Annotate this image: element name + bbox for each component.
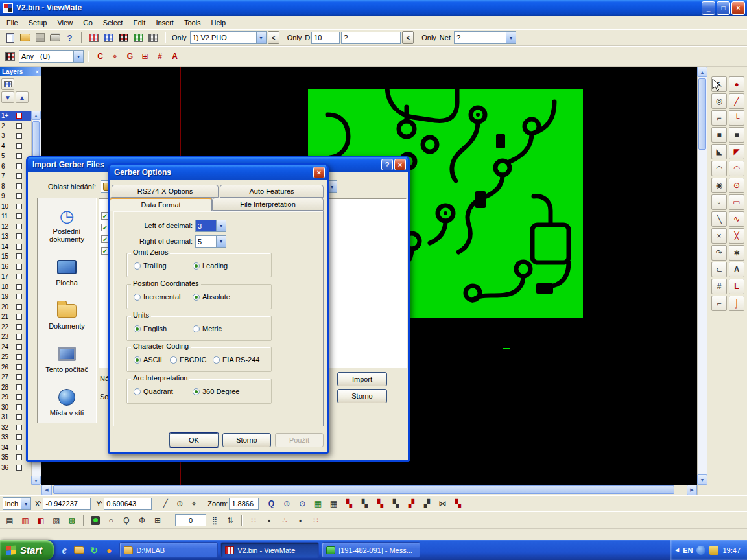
highlight-on-icon[interactable]: Ϙ [119, 514, 134, 527]
tab-file-interpretation[interactable]: File Interpretation [212, 198, 324, 211]
new-file-icon[interactable] [3, 30, 18, 45]
layer-visibility-checkbox[interactable] [16, 404, 22, 410]
layer-visibility-checkbox[interactable] [16, 314, 22, 320]
draw-curve-icon[interactable]: ∿ [729, 211, 744, 227]
radio-absolute[interactable]: Absolute [193, 293, 230, 301]
layer-row[interactable]: 4 [0, 141, 31, 152]
spiral-icon[interactable]: ◉ [711, 178, 727, 193]
draw-pad-icon[interactable]: ● [729, 76, 744, 92]
layer-visibility-checkbox[interactable] [16, 334, 22, 340]
layer-visibility-checkbox[interactable] [16, 153, 22, 159]
scroll-up-icon[interactable]: ▲ [31, 111, 41, 120]
menu-item[interactable]: Edit [128, 17, 150, 29]
radio-eia-rs244[interactable]: EIA RS-244 [213, 356, 259, 364]
scroll-down-icon[interactable]: ▼ [31, 476, 41, 485]
pattern-a-icon[interactable]: ▚ [342, 497, 356, 510]
layer-visibility-checkbox[interactable] [16, 304, 22, 310]
tab-data-format[interactable]: Data Format [110, 197, 212, 211]
maximize-button[interactable]: □ [717, 1, 730, 15]
start-button[interactable]: Start [0, 540, 54, 560]
browser-icon[interactable]: ● [102, 543, 115, 557]
ie-icon[interactable]: e [58, 543, 71, 557]
tab-auto-features[interactable]: Auto Features [220, 185, 324, 198]
task-messenger[interactable]: [191-482-091] - Mess... [322, 542, 420, 558]
chevron-down-icon[interactable]: ▾ [506, 32, 516, 43]
chevron-down-icon[interactable]: ▾ [216, 236, 226, 247]
net-select[interactable]: ? ▾ [454, 31, 516, 44]
tab-rs274x-options[interactable]: RS274-X Options [112, 185, 219, 198]
layer-visibility-checkbox[interactable] [16, 344, 22, 350]
radio-metric[interactable]: Metric [193, 325, 222, 332]
menu-item[interactable]: View [52, 17, 78, 29]
draw-rect-icon[interactable]: ▭ [729, 194, 744, 210]
close-button[interactable]: × [731, 1, 745, 15]
layer-visibility-checkbox[interactable] [16, 233, 22, 239]
layer-visibility-checkbox[interactable] [16, 244, 22, 250]
layer-visibility-checkbox[interactable] [16, 113, 22, 119]
layer-move-down-icon[interactable]: ▼ [1, 91, 14, 103]
layer-visibility-checkbox[interactable] [16, 253, 22, 259]
layer-move-up-icon[interactable]: ▲ [16, 91, 29, 103]
g-tool-icon[interactable]: G [123, 49, 137, 64]
pad-stack-icon[interactable]: ◎ [711, 93, 727, 109]
origin-icon[interactable]: ⌖ [187, 497, 201, 510]
close-button[interactable]: × [313, 167, 325, 178]
x-coordinate-field[interactable]: -0.942237 [43, 498, 91, 510]
storno-button[interactable]: Storno [222, 433, 271, 447]
place-recent[interactable]: ◷ Poslední dokumenty [39, 206, 95, 243]
tray-network-icon[interactable] [696, 546, 706, 555]
dcode-prev-button[interactable]: < [402, 31, 414, 44]
c-tool-icon[interactable]: C [93, 49, 108, 64]
layers-panel-header[interactable]: Layers × [0, 67, 41, 76]
target-tool-icon[interactable]: ⌖ [108, 49, 123, 64]
center-icon[interactable]: ⊕ [172, 497, 187, 510]
measure-icon[interactable]: ╱ [158, 497, 172, 510]
pattern-b-icon[interactable]: ▚ [357, 497, 372, 510]
dcode-filter-input[interactable]: ? [341, 32, 401, 44]
layer-visibility-checkbox[interactable] [16, 324, 22, 330]
chevron-down-icon[interactable]: ▾ [256, 32, 266, 43]
filled-square-icon[interactable]: ■ [711, 127, 727, 143]
radio-english[interactable]: English [134, 325, 167, 332]
zoom-sel-icon[interactable]: ⊙ [295, 497, 309, 510]
layer-visibility-checkbox[interactable] [16, 284, 22, 290]
pattern-c-icon[interactable]: ▚ [373, 497, 387, 510]
radio-360-degree[interactable]: 360 Degree [193, 388, 240, 395]
arc-tool-icon[interactable]: ◠ [711, 161, 727, 176]
scroll-right-icon[interactable]: ▶ [687, 485, 697, 495]
draw-square-icon[interactable]: ■ [729, 127, 744, 143]
draw-sketch-icon[interactable]: ╳ [729, 228, 744, 244]
draw-triangle-icon[interactable]: ◤ [729, 144, 744, 159]
chevron-down-icon[interactable]: ▾ [73, 51, 83, 62]
board-view-icon[interactable] [86, 30, 101, 45]
zoom-in-icon[interactable]: ⊕ [279, 497, 294, 510]
place-documents[interactable]: Dokumenty [39, 301, 95, 330]
import-button[interactable]: Import [337, 372, 387, 386]
draw-arc-icon[interactable]: ◠ [729, 161, 744, 176]
radio-leading[interactable]: Leading [193, 262, 228, 270]
context-help-icon[interactable]: ? [62, 30, 77, 45]
layer-visibility-checkbox[interactable] [16, 374, 22, 380]
grid-small-icon[interactable]: ▤ [3, 514, 17, 527]
layer-visibility-checkbox[interactable] [16, 274, 22, 279]
right-decimal-select[interactable]: 5 ▾ [195, 235, 226, 248]
film-icon[interactable]: ▥ [18, 514, 32, 527]
info-table-icon[interactable] [146, 30, 161, 45]
gerber-dialog-titlebar[interactable]: Gerber Options × [110, 165, 327, 180]
hook-icon[interactable]: ⌐ [711, 296, 727, 311]
explorer-icon[interactable] [73, 543, 86, 557]
selection-filter-select[interactable]: Any (U) ▾ [19, 50, 84, 63]
h-tool-icon[interactable]: # [152, 49, 167, 64]
screen-icon[interactable]: # [711, 279, 727, 294]
place-desktop[interactable]: Plocha [39, 257, 95, 286]
y-coordinate-field[interactable]: 0.690643 [104, 498, 152, 510]
ramp-icon[interactable]: ◣ [711, 144, 727, 159]
settings-icon[interactable]: ∗ [729, 245, 744, 261]
layer-visibility-checkbox[interactable] [16, 294, 22, 299]
dcode-table-icon[interactable] [116, 30, 131, 45]
draw-line-icon[interactable]: ╱ [729, 93, 744, 109]
aperture-table-icon[interactable]: ⊞ [150, 514, 165, 527]
swap-layers-icon[interactable]: ⇅ [223, 514, 237, 527]
diameter-icon[interactable]: Φ [135, 514, 149, 527]
print-icon[interactable] [47, 30, 62, 45]
